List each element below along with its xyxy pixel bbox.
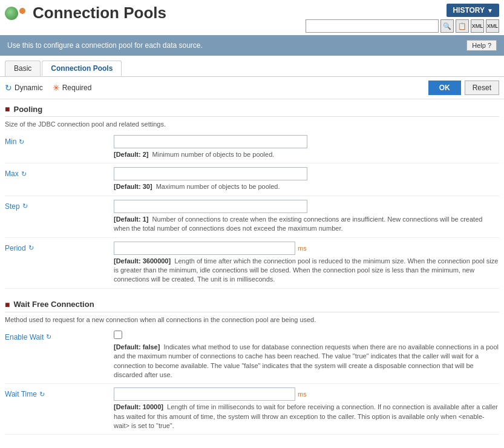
- enable-wait-field: [Default: false] Indicates what method t…: [114, 331, 499, 380]
- period-refresh-icon[interactable]: ↻: [28, 244, 34, 252]
- min-label-cell: Min ↻: [5, 135, 114, 146]
- dynamic-label: Dynamic: [15, 84, 43, 92]
- tab-connection-pools[interactable]: Connection Pools: [42, 61, 122, 76]
- step-label: Step: [5, 202, 20, 211]
- wait-time-row: Wait Time ↻ ms [Default: 10000] Length o…: [5, 384, 499, 435]
- min-label: Min: [5, 137, 16, 146]
- page-title: Connection Pools: [33, 4, 166, 22]
- wait-free-section-icon: ■: [5, 300, 10, 309]
- wait-time-field: ms [Default: 10000] Length of time in mi…: [114, 387, 499, 430]
- content-area: ■ Pooling Size of the JDBC connection po…: [0, 99, 504, 440]
- min-refresh-icon[interactable]: ↻: [19, 138, 24, 146]
- min-field: [Default: 2] Minimum number of objects t…: [114, 135, 499, 159]
- search-input[interactable]: [306, 19, 439, 33]
- reset-button[interactable]: Reset: [465, 81, 499, 95]
- max-input[interactable]: [114, 167, 307, 180]
- toolbar-right: OK Reset: [428, 81, 499, 95]
- toolbar-left: ↻ Dynamic ✳ Required: [5, 83, 91, 93]
- min-input[interactable]: [114, 135, 307, 148]
- wait-time-label: Wait Time: [5, 390, 37, 398]
- ok-button[interactable]: OK: [428, 81, 461, 95]
- header-right: HISTORY ▼ 🔍 📋 XML XML: [306, 4, 499, 33]
- period-field: ms [Default: 3600000] Length of time aft…: [114, 242, 499, 285]
- wait-free-section-header: ■ Wait Free Connection: [5, 295, 499, 312]
- wait-time-input-row: ms: [114, 387, 499, 401]
- period-ms-suffix: ms: [298, 245, 307, 252]
- step-field: [Default: 1] Number of connections to cr…: [114, 200, 499, 234]
- max-label: Max: [5, 170, 19, 178]
- step-row: Step ↻ [Default: 1] Number of connection…: [5, 196, 499, 238]
- history-button[interactable]: HISTORY ▼: [447, 4, 499, 17]
- xml1-icon: XML: [472, 23, 483, 29]
- wait-time-ms-suffix: ms: [298, 390, 307, 398]
- logo-circle-green: [5, 7, 18, 20]
- enable-wait-hint: [Default: false] Indicates what method t…: [114, 343, 499, 380]
- period-input-row: ms: [114, 242, 499, 255]
- period-row: Period ↻ ms [Default: 3600000] Length of…: [5, 238, 499, 289]
- step-refresh-icon[interactable]: ↻: [22, 202, 28, 210]
- step-hint: [Default: 1] Number of connections to cr…: [114, 215, 499, 234]
- wait-free-section-desc: Method used to request for a new connect…: [5, 315, 499, 327]
- max-row: Max ↻ [Default: 30] Maximum number of ob…: [5, 163, 499, 196]
- max-label-cell: Max ↻: [5, 167, 114, 178]
- search-row: 🔍 📋 XML XML: [306, 19, 499, 33]
- required-icon: ✳: [53, 83, 60, 93]
- wait-time-refresh-icon[interactable]: ↻: [39, 390, 45, 398]
- pooling-section-desc: Size of the JDBC connection pool and rel…: [5, 119, 499, 131]
- copy-icon: 📋: [458, 22, 466, 30]
- header-left: Connection Pools: [5, 4, 166, 22]
- tabs-bar: Basic Connection Pools: [0, 56, 504, 77]
- enable-wait-label: Enable Wait: [5, 333, 44, 341]
- logo-circle-orange: [19, 8, 25, 14]
- xml2-button[interactable]: XML: [486, 19, 499, 33]
- period-label: Period: [5, 244, 26, 252]
- required-label: Required: [62, 84, 92, 92]
- max-refresh-icon[interactable]: ↻: [21, 170, 27, 178]
- step-input[interactable]: [114, 200, 307, 213]
- max-hint: [Default: 30] Maximum number of objects …: [114, 182, 499, 191]
- wait-time-label-cell: Wait Time ↻: [5, 387, 114, 398]
- history-label: HISTORY: [453, 6, 485, 15]
- enable-wait-row: Enable Wait ↻ [Default: false] Indicates…: [5, 327, 499, 384]
- wait-time-hint: [Default: 10000] Length of time in milli…: [114, 403, 499, 430]
- period-label-cell: Period ↻: [5, 242, 114, 252]
- page-header: Connection Pools HISTORY ▼ 🔍 📋 XML XML: [0, 0, 504, 35]
- enable-wait-label-cell: Enable Wait ↻: [5, 331, 114, 341]
- info-bar: Use this to configure a connection pool …: [0, 35, 504, 56]
- enable-wait-checkbox[interactable]: [114, 331, 122, 339]
- xml2-icon: XML: [487, 23, 499, 29]
- search-button[interactable]: 🔍: [440, 19, 454, 33]
- toolbar: ↻ Dynamic ✳ Required OK Reset: [0, 77, 504, 99]
- chevron-down-icon: ▼: [487, 7, 493, 14]
- pooling-section-title: Pooling: [13, 105, 42, 114]
- min-row: Min ↻ [Default: 2] Minimum number of obj…: [5, 131, 499, 163]
- max-field: [Default: 30] Maximum number of objects …: [114, 167, 499, 191]
- info-message: Use this to configure a connection pool …: [7, 41, 203, 50]
- wait-time-input[interactable]: [114, 387, 295, 401]
- copy-button[interactable]: 📋: [456, 19, 469, 33]
- logo: [5, 7, 25, 20]
- min-hint: [Default: 2] Minimum number of objects t…: [114, 150, 499, 159]
- xml1-button[interactable]: XML: [471, 19, 484, 33]
- dynamic-icon: ↻: [5, 83, 12, 93]
- period-input[interactable]: [114, 242, 295, 255]
- tab-basic[interactable]: Basic: [5, 61, 41, 76]
- enable-wait-refresh-icon[interactable]: ↻: [46, 333, 51, 341]
- help-button[interactable]: Help ?: [466, 40, 497, 51]
- step-label-cell: Step ↻: [5, 200, 114, 211]
- pooling-section-icon: ■: [5, 104, 10, 114]
- search-icon: 🔍: [443, 22, 451, 30]
- dynamic-item: ↻ Dynamic: [5, 83, 43, 93]
- pooling-section-header: ■ Pooling: [5, 99, 499, 117]
- wait-free-section-title: Wait Free Connection: [13, 300, 94, 309]
- required-item: ✳ Required: [53, 83, 92, 93]
- period-hint: [Default: 3600000] Length of time after …: [114, 257, 499, 285]
